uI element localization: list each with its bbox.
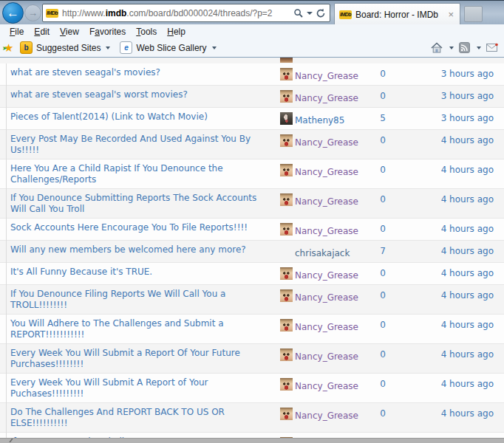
- home-dropdown-icon[interactable]: [449, 47, 454, 49]
- thread-title-cell: You Will Adhere to The Challenges and Su…: [10, 318, 273, 340]
- reply-count: 7: [361, 244, 405, 256]
- thread-title-link[interactable]: Every Week You Will Submit a Report Of Y…: [10, 348, 273, 370]
- table-row: what are steven seagal's movies? Nancy_G…: [0, 63, 504, 86]
- username-link[interactable]: Nancy_Grease: [295, 270, 358, 281]
- thread-title-link[interactable]: If You Denounce Submitting Reports The S…: [10, 193, 273, 215]
- feeds-dropdown-icon[interactable]: [477, 47, 481, 49]
- username-link[interactable]: Nancy_Grease: [295, 167, 358, 177]
- username-cell: Nancy_Grease: [295, 89, 361, 104]
- thread-title-link[interactable]: what are steven seagal's movies?: [10, 67, 273, 78]
- refresh-icon[interactable]: [316, 8, 326, 18]
- address-dropdown-icon[interactable]: [307, 12, 313, 15]
- thread-title-link[interactable]: Every Post May Be Recorded And Used Agai…: [10, 134, 273, 156]
- username-link[interactable]: Nancy_Grease: [295, 351, 358, 362]
- username-link[interactable]: Nancy_Grease: [295, 381, 358, 391]
- suggested-sites-dropdown-icon[interactable]: [106, 47, 110, 49]
- back-button[interactable]: ←: [2, 2, 24, 24]
- suggested-sites-link[interactable]: Suggested Sites: [36, 43, 101, 53]
- username-link[interactable]: Matheny85: [295, 115, 344, 126]
- add-favorites-icon[interactable]: ★➤: [4, 42, 16, 54]
- avatar: [280, 193, 293, 206]
- thread-title-cell: Pieces of Talent(2014) (Link to Watch Mo…: [10, 111, 273, 123]
- menu-file[interactable]: File: [4, 27, 29, 37]
- forward-button[interactable]: →: [24, 4, 41, 21]
- forward-icon: →: [28, 7, 38, 18]
- thread-title-cell: what are steven seagal's worst movies?: [10, 89, 273, 100]
- username-cell: Nancy_Grease: [295, 163, 361, 178]
- thread-title-link[interactable]: Do The Challenges And REPORT BACK TO US …: [10, 407, 273, 429]
- username-link[interactable]: Nancy_Grease: [295, 411, 358, 421]
- thread-title-link[interactable]: Pieces of Talent(2014) (Link to Watch Mo…: [10, 111, 273, 123]
- address-bar[interactable]: IMDb http://www.imdb.com/board/bd0000024…: [42, 4, 330, 22]
- menu-view[interactable]: View: [55, 27, 84, 37]
- username-link[interactable]: Nancy_Grease: [295, 137, 358, 148]
- reply-count: 0: [361, 193, 405, 205]
- menu-tools[interactable]: Tools: [131, 27, 162, 37]
- thread-title-cell: Will any new members be welcomed here an…: [10, 244, 273, 255]
- thread-title-link[interactable]: It's All Funny Because it's TRUE.: [10, 267, 273, 278]
- back-icon: ←: [7, 6, 19, 21]
- avatar-cell: [280, 289, 295, 302]
- thread-title-link[interactable]: You Will Adhere to The Challenges and Su…: [10, 318, 273, 340]
- table-row: Will any new members be welcomed here an…: [0, 241, 504, 263]
- username-link[interactable]: Nancy_Grease: [295, 292, 358, 303]
- menu-help[interactable]: Help: [162, 27, 191, 37]
- thread-title-cell: Sock Accounts Here Encourage You To File…: [10, 222, 273, 233]
- avatar-cell: [280, 134, 295, 147]
- tab-board-horror[interactable]: IMDb Board: Horror - IMDb ×: [334, 3, 460, 25]
- url-text[interactable]: http://www.imdb.com/board/bd0000024/thre…: [62, 8, 293, 18]
- tab-close-icon[interactable]: ×: [446, 10, 455, 19]
- username-link[interactable]: Nancy_Grease: [295, 322, 358, 332]
- username-link[interactable]: Nancy_Grease: [295, 93, 358, 103]
- web-slice-dropdown-icon[interactable]: [212, 47, 217, 49]
- avatar-cell: [280, 267, 295, 280]
- reply-count: 0: [361, 289, 405, 301]
- avatar-cell: [280, 348, 295, 361]
- avatar: [280, 90, 293, 103]
- reply-count: 0: [361, 348, 405, 360]
- new-tab-button[interactable]: [464, 6, 483, 22]
- reply-count: 0: [361, 267, 405, 278]
- home-icon[interactable]: [431, 42, 443, 53]
- avatar: [280, 134, 293, 147]
- thread-title-link[interactable]: Sock Accounts Here Encourage You To File…: [10, 222, 273, 233]
- table-row: Every Week You Will Submit a Report Of Y…: [0, 344, 504, 374]
- thread-time: 4 hours ago: [405, 134, 504, 145]
- username-cell: Matheny85: [295, 111, 361, 126]
- horizontal-scrollbar[interactable]: [0, 438, 504, 443]
- avatar-cell: [280, 377, 295, 391]
- thread-title-link[interactable]: If You Denounce Filing Reports We Will C…: [10, 289, 273, 311]
- avatar: [280, 267, 293, 280]
- table-row: Sock Accounts Here Encourage You To File…: [0, 219, 504, 241]
- thread-time: 4 hours ago: [405, 267, 504, 278]
- username-link[interactable]: Nancy_Grease: [295, 71, 358, 81]
- table-row: Every Post May Be Recorded And Used Agai…: [0, 130, 504, 159]
- thread-time: 4 hours ago: [405, 318, 504, 330]
- username-link[interactable]: chrisakajack: [295, 248, 350, 258]
- avatar: [280, 319, 293, 332]
- username-link[interactable]: Nancy_Grease: [295, 226, 358, 236]
- thread-title-cell: Here You Are a Child Rapist If You Denou…: [10, 163, 273, 185]
- avatar: [280, 348, 293, 361]
- table-row: Here You Are a Child Rapist If You Denou…: [0, 159, 504, 189]
- thread-title-cell: Every Week You Will Submit a Report Of Y…: [10, 348, 273, 370]
- username-link[interactable]: Nancy_Grease: [295, 196, 358, 207]
- thread-time: 4 hours ago: [405, 244, 504, 256]
- thread-title-link[interactable]: Will any new members be welcomed here an…: [10, 244, 273, 255]
- resize-grip-icon: [9, 439, 19, 442]
- thread-title-link[interactable]: Here You Are a Child Rapist If You Denou…: [10, 163, 273, 185]
- web-slice-gallery-link[interactable]: Web Slice Gallery: [136, 43, 206, 53]
- search-icon[interactable]: [293, 8, 304, 18]
- menu-edit[interactable]: Edit: [29, 27, 55, 37]
- menu-favorites[interactable]: Favorites: [84, 27, 131, 37]
- avatar: [280, 68, 293, 80]
- thread-title-link[interactable]: what are steven seagal's worst movies?: [10, 89, 273, 100]
- table-row: It's All Funny Because it's TRUE. Nancy_…: [0, 263, 504, 285]
- thread-title-link[interactable]: Every Week You Will Submit A Report of Y…: [10, 377, 273, 399]
- feeds-icon[interactable]: [459, 42, 470, 53]
- username-cell: Nancy_Grease: [295, 318, 361, 333]
- mail-icon[interactable]: [486, 43, 498, 52]
- thread-time: 4 hours ago: [405, 222, 504, 234]
- web-slice-icon: e: [120, 41, 132, 54]
- thread-title-cell: It's All Funny Because it's TRUE.: [10, 267, 273, 278]
